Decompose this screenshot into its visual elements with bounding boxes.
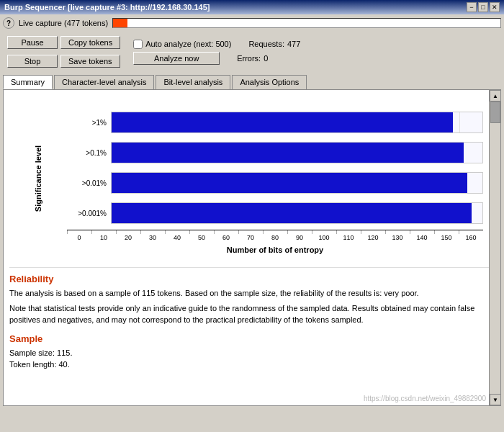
x-tick-12: [361, 230, 385, 234]
requests-value: 477: [287, 40, 300, 48]
x-tick-6: [214, 230, 238, 234]
x-label-16: 160: [459, 234, 483, 241]
bar-fill-0: [112, 112, 453, 132]
bar-fill-1: [112, 143, 464, 163]
x-tick-16: [459, 230, 483, 234]
copy-tokens-button[interactable]: Copy tokens: [60, 36, 120, 49]
x-tick-11: [336, 230, 361, 234]
chart-area: Significance level >1%>0.1%>0.01%>0.001%…: [9, 96, 483, 261]
window-controls: − □ ✕: [467, 2, 500, 12]
x-tick-4: [165, 230, 189, 234]
token-length: Token length: 40.: [9, 359, 495, 371]
bar-row-1: >0.1%: [67, 140, 483, 165]
progress-bar-fill: [113, 19, 127, 27]
x-label-0: 0: [67, 234, 91, 241]
x-tick-15: [434, 230, 459, 234]
bar-container-2: [111, 172, 483, 194]
pause-button[interactable]: Pause: [7, 36, 58, 49]
y-axis-label: Significance level: [34, 145, 42, 212]
bar-row-0: >1%: [67, 110, 483, 135]
x-label-12: 120: [361, 234, 385, 241]
bar-fill-3: [112, 203, 472, 223]
x-label-1: 10: [91, 234, 116, 241]
close-button[interactable]: ✕: [490, 2, 500, 12]
divider-1: [9, 267, 495, 268]
x-label-6: 60: [214, 234, 238, 241]
errors-value: 0: [264, 54, 268, 63]
x-tick-marks: [67, 230, 483, 234]
scrollbar-down-button[interactable]: ▼: [490, 394, 501, 405]
x-tick-5: [189, 230, 214, 234]
bar-container-0: [111, 112, 483, 133]
bar-label-0: >1%: [67, 119, 107, 127]
bars-area: >1%>0.1%>0.01%>0.001% 010203040506070809…: [67, 96, 483, 261]
x-label-14: 140: [410, 234, 434, 241]
x-label-13: 130: [385, 234, 410, 241]
auto-analyze-label: Auto analyze (next: 500): [145, 40, 231, 48]
x-tick-9: [287, 230, 312, 234]
bar-container-3: [111, 202, 483, 224]
maximize-button[interactable]: □: [478, 2, 488, 12]
bar-row-3: >0.001%: [67, 201, 483, 225]
sample-title: Sample: [9, 333, 495, 344]
x-tick-14: [410, 230, 434, 234]
save-tokens-button[interactable]: Save tokens: [60, 55, 120, 68]
x-label-2: 20: [116, 234, 140, 241]
live-capture-bar: ? Live capture (477 tokens): [0, 14, 504, 32]
x-tick-0: [67, 230, 91, 234]
help-icon[interactable]: ?: [3, 17, 14, 29]
bar-fill-2: [112, 173, 467, 193]
tabs-bar: Summary Character-level analysis Bit-lev…: [0, 75, 504, 89]
minimize-button[interactable]: −: [467, 2, 477, 12]
x-axis-line: [67, 230, 483, 234]
x-label-10: 100: [312, 234, 336, 241]
x-tick-3: [140, 230, 165, 234]
x-tick-10: [312, 230, 336, 234]
x-tick-2: [116, 230, 140, 234]
x-axis-label: Number of bits of entropy: [67, 246, 483, 254]
x-label-8: 80: [263, 234, 287, 241]
tab-character-level[interactable]: Character-level analysis: [54, 75, 154, 89]
x-label-7: 70: [238, 234, 263, 241]
bar-list: >1%>0.1%>0.01%>0.001%: [67, 110, 483, 227]
x-tick-13: [385, 230, 410, 234]
reliability-section: Reliability The analysis is based on a s…: [9, 274, 495, 326]
x-label-15: 150: [434, 234, 459, 241]
toolbar-section: Pause Copy tokens Stop Save tokens Auto …: [0, 32, 504, 72]
reliability-text2: Note that statistical tests provide only…: [9, 302, 495, 326]
errors-label: Errors:: [237, 54, 261, 63]
stop-button[interactable]: Stop: [7, 55, 58, 68]
x-tick-7: [238, 230, 263, 234]
tab-bit-level[interactable]: Bit-level analysis: [156, 75, 230, 89]
analyze-now-button[interactable]: Analyze now: [133, 52, 220, 65]
bar-label-3: >0.001%: [67, 210, 107, 217]
reliability-title: Reliability: [9, 274, 495, 284]
x-tick-1: [91, 230, 116, 234]
scrollbar-thumb[interactable]: [490, 102, 500, 123]
scrollbar-up-button[interactable]: ▲: [490, 90, 501, 102]
auto-analyze-checkbox[interactable]: [133, 40, 143, 49]
x-tick-8: [263, 230, 287, 234]
scrollbar[interactable]: ▲ ▼: [489, 90, 500, 405]
tab-analysis-options[interactable]: Analysis Options: [232, 75, 307, 89]
content-panel: Significance level >1%>0.1%>0.01%>0.001%…: [3, 89, 501, 406]
bar-label-2: >0.01%: [67, 179, 107, 187]
sample-section: Sample Sample size: 115. Token length: 4…: [9, 333, 495, 371]
window-title: Burp Sequencer [live capture #3: http://…: [4, 3, 210, 12]
requests-label: Requests:: [248, 40, 284, 48]
watermark: https://blog.csdn.net/weixin_49882900: [364, 395, 486, 402]
live-capture-label: Live capture (477 tokens): [19, 19, 108, 27]
x-label-3: 30: [140, 234, 165, 241]
bar-label-1: >0.1%: [67, 149, 107, 157]
x-label-9: 90: [287, 234, 312, 241]
bar-container-1: [111, 142, 483, 163]
bar-row-2: >0.01%: [67, 171, 483, 195]
tab-summary[interactable]: Summary: [3, 75, 53, 89]
x-label-4: 40: [165, 234, 189, 241]
sample-size: Sample size: 115.: [9, 347, 495, 359]
x-label-11: 110: [336, 234, 361, 241]
x-label-5: 50: [189, 234, 214, 241]
progress-bar: [112, 18, 501, 28]
x-labels-row: 0102030405060708090100110120130140150160: [67, 234, 483, 241]
title-bar: Burp Sequencer [live capture #3: http://…: [0, 0, 504, 14]
